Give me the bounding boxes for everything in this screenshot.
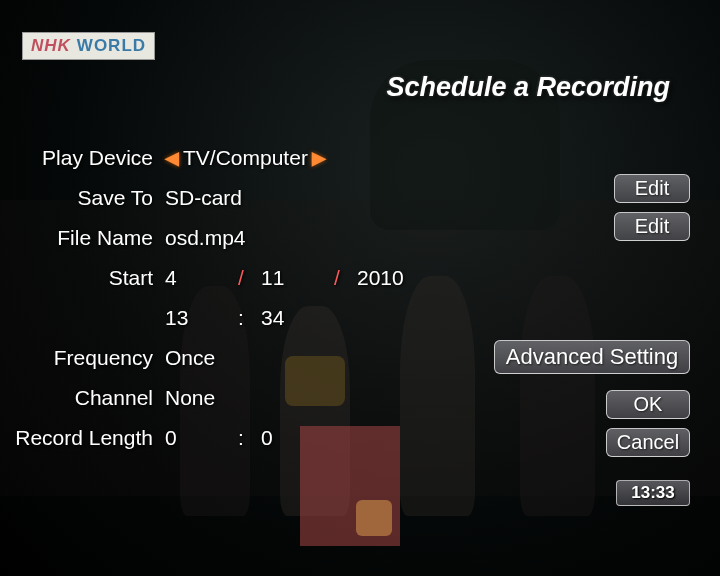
value-start-time[interactable]: 13 : 34 — [165, 306, 720, 330]
label-record-length: Record Length — [0, 426, 165, 450]
play-device-text: TV/Computer — [183, 146, 308, 170]
row-start-time: 13 : 34 — [0, 298, 720, 338]
label-play-device: Play Device — [0, 146, 165, 170]
row-file-name: File Name osd.mp4 — [0, 218, 720, 258]
label-save-to: Save To — [0, 186, 165, 210]
start-month[interactable]: 11 — [261, 266, 317, 290]
value-play-device[interactable]: ◀ TV/Computer ▶ — [165, 146, 720, 170]
edit-file-name-button[interactable]: Edit — [614, 212, 690, 241]
arrow-right-icon[interactable]: ▶ — [312, 147, 326, 169]
label-channel: Channel — [0, 386, 165, 410]
label-start: Start — [0, 266, 165, 290]
date-separator: / — [221, 266, 261, 290]
ok-button[interactable]: OK — [606, 390, 690, 419]
start-day[interactable]: 4 — [165, 266, 221, 290]
start-minute[interactable]: 34 — [261, 306, 317, 330]
edit-save-to-button[interactable]: Edit — [614, 174, 690, 203]
label-file-name: File Name — [0, 226, 165, 250]
row-play-device: Play Device ◀ TV/Computer ▶ — [0, 138, 720, 178]
time-separator: : — [221, 426, 261, 450]
cancel-button[interactable]: Cancel — [606, 428, 690, 457]
start-hour[interactable]: 13 — [165, 306, 221, 330]
row-start-date: Start 4 / 11 / 2010 — [0, 258, 720, 298]
start-year[interactable]: 2010 — [357, 266, 413, 290]
length-hour[interactable]: 0 — [165, 426, 221, 450]
label-frequency: Frequency — [0, 346, 165, 370]
logo-text-left: NHK — [31, 36, 71, 55]
date-separator: / — [317, 266, 357, 290]
advanced-setting-button[interactable]: Advanced Setting — [494, 340, 690, 374]
arrow-left-icon[interactable]: ◀ — [165, 147, 179, 169]
clock-display: 13:33 — [616, 480, 690, 506]
value-start-date[interactable]: 4 / 11 / 2010 — [165, 266, 720, 290]
time-separator: : — [221, 306, 261, 330]
logo-text-right: WORLD — [77, 36, 146, 55]
row-save-to: Save To SD-card — [0, 178, 720, 218]
page-title: Schedule a Recording — [386, 72, 670, 103]
channel-logo: NHKWORLD — [22, 32, 155, 60]
length-minute[interactable]: 0 — [261, 426, 317, 450]
